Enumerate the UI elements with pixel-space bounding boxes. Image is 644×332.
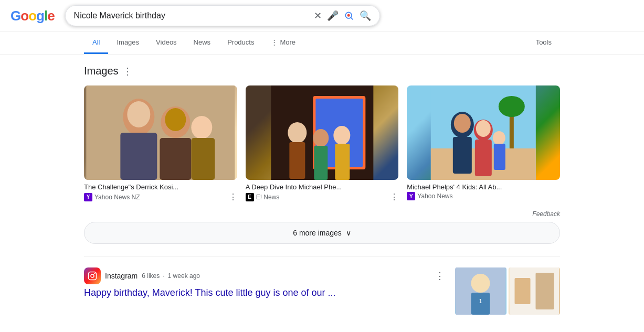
images-section-menu-button[interactable]: ⋮: [123, 66, 132, 77]
svg-point-17: [313, 129, 329, 147]
voice-search-button[interactable]: 🎤: [327, 10, 339, 22]
image-card-2[interactable]: Michael Phelps' 4 Kids: All Ab... Y Yaho…: [407, 85, 560, 202]
result-source-name: Instagram: [105, 272, 138, 280]
image-title-0: The Challenge"s Derrick Kosi...: [84, 183, 237, 191]
meta-dot: ·: [163, 272, 164, 280]
image-source-2: Y Yahoo News: [407, 192, 560, 200]
image-thumbnail-2: [407, 85, 560, 180]
source-more-button-0[interactable]: ⋮: [229, 192, 237, 202]
svg-point-19: [333, 126, 350, 145]
image-source-1: E E! News ⋮: [246, 192, 399, 202]
svg-rect-11: [191, 138, 215, 180]
result-content: Instagram 6 likes · 1 week ago ⋮ Happy b…: [84, 267, 445, 315]
svg-rect-18: [314, 146, 328, 180]
svg-rect-16: [289, 142, 305, 179]
lens-button[interactable]: [344, 10, 354, 21]
result-title-link[interactable]: Happy birthday, Maverick! This cute litt…: [84, 287, 336, 298]
result-time-ago: 1 week ago: [168, 272, 200, 280]
result-thumb-1[interactable]: 1: [455, 267, 506, 315]
svg-rect-26: [453, 137, 472, 174]
svg-text:1: 1: [479, 298, 482, 304]
images-section-header: Images ⋮: [84, 65, 560, 77]
image-grid: The Challenge"s Derrick Kosi... Y Yahoo …: [84, 85, 560, 202]
tab-images[interactable]: Images: [108, 32, 147, 54]
search-bar: Nicole Maverick birthday ✕ 🎤 🔍: [65, 5, 380, 26]
svg-point-37: [471, 274, 490, 293]
source-name-1: E! News: [256, 194, 280, 201]
image-caption-2: Michael Phelps' 4 Kids: All Ab... Y Yaho…: [407, 183, 560, 200]
search-submit-button[interactable]: 🔍: [360, 10, 371, 22]
source-more-button-1[interactable]: ⋮: [390, 192, 398, 202]
yahoo-favicon-0: Y: [84, 193, 92, 201]
svg-point-30: [476, 120, 491, 137]
image-card-1[interactable]: A Deep Dive Into Michael Phe... E E! New…: [246, 85, 399, 202]
chevron-down-icon: ∨: [346, 229, 351, 237]
svg-point-35: [94, 273, 95, 274]
result-likes: 6 likes: [142, 272, 160, 280]
image-title-2: Michael Phelps' 4 Kids: All Ab...: [407, 183, 560, 191]
image-title-1: A Deep Dive Into Michael Phe...: [246, 183, 399, 191]
tab-products[interactable]: Products: [219, 32, 262, 54]
search-icons: ✕ 🎤 🔍: [314, 10, 371, 22]
tab-more[interactable]: ⋮ More: [262, 32, 304, 54]
google-logo[interactable]: Google: [10, 8, 55, 24]
clear-button[interactable]: ✕: [314, 10, 322, 22]
svg-rect-20: [335, 144, 350, 180]
svg-point-15: [288, 122, 307, 143]
svg-rect-8: [120, 133, 157, 180]
svg-point-31: [493, 131, 505, 145]
more-images-button[interactable]: 6 more images ∨: [84, 222, 560, 244]
svg-point-24: [499, 96, 525, 117]
source-name-0: Yahoo News NZ: [94, 194, 140, 201]
feedback-link[interactable]: Feedback: [532, 210, 560, 218]
tab-tools[interactable]: Tools: [527, 32, 560, 54]
ei-favicon-1: E: [246, 193, 254, 201]
nav-tabs: All Images Videos News Products ⋮ More T…: [0, 32, 644, 55]
result-image-thumbnails: 1: [455, 267, 560, 315]
svg-rect-32: [494, 144, 505, 170]
instagram-icon: [84, 267, 101, 284]
feedback-row: Feedback: [84, 210, 560, 218]
image-source-0: Y Yahoo News NZ ⋮: [84, 192, 237, 202]
result-thumb-2[interactable]: [509, 267, 560, 315]
svg-rect-42: [536, 273, 554, 309]
source-name-2: Yahoo News: [417, 192, 452, 200]
dots-icon: ⋮: [271, 38, 278, 46]
svg-point-34: [91, 274, 94, 277]
svg-point-27: [454, 114, 471, 133]
tab-news[interactable]: News: [185, 32, 219, 54]
svg-point-1: [347, 14, 350, 17]
more-images-label: 6 more images: [293, 229, 342, 237]
image-caption-0: The Challenge"s Derrick Kosi... Y Yahoo …: [84, 183, 237, 202]
svg-rect-29: [475, 140, 492, 176]
image-thumbnail-1: [246, 85, 399, 180]
main-content: Images ⋮ The Challenge": [0, 55, 644, 325]
yahoo-favicon-2: Y: [407, 192, 415, 200]
instagram-result: Instagram 6 likes · 1 week ago ⋮ Happy b…: [84, 267, 560, 315]
search-bar-wrapper: Nicole Maverick birthday ✕ 🎤 🔍: [65, 5, 380, 26]
svg-point-5: [127, 101, 150, 127]
svg-rect-9: [160, 138, 191, 180]
header: Google Nicole Maverick birthday ✕ 🎤 🔍: [0, 0, 644, 32]
tab-videos[interactable]: Videos: [147, 32, 185, 54]
svg-line-2: [351, 17, 353, 19]
section-divider: [84, 256, 560, 257]
result-source-row: Instagram 6 likes · 1 week ago ⋮: [84, 267, 445, 284]
svg-point-7: [165, 108, 186, 131]
image-thumbnail-0: [84, 85, 237, 180]
result-meta: 6 likes · 1 week ago: [142, 272, 200, 280]
image-card-0[interactable]: The Challenge"s Derrick Kosi... Y Yahoo …: [84, 85, 237, 202]
svg-rect-41: [515, 278, 531, 304]
images-section-title: Images: [84, 65, 119, 77]
search-input[interactable]: Nicole Maverick birthday: [74, 11, 309, 20]
image-caption-1: A Deep Dive Into Michael Phe... E E! New…: [246, 183, 399, 202]
result-more-button[interactable]: ⋮: [435, 270, 445, 282]
tab-all[interactable]: All: [84, 32, 108, 54]
svg-point-10: [191, 116, 212, 139]
